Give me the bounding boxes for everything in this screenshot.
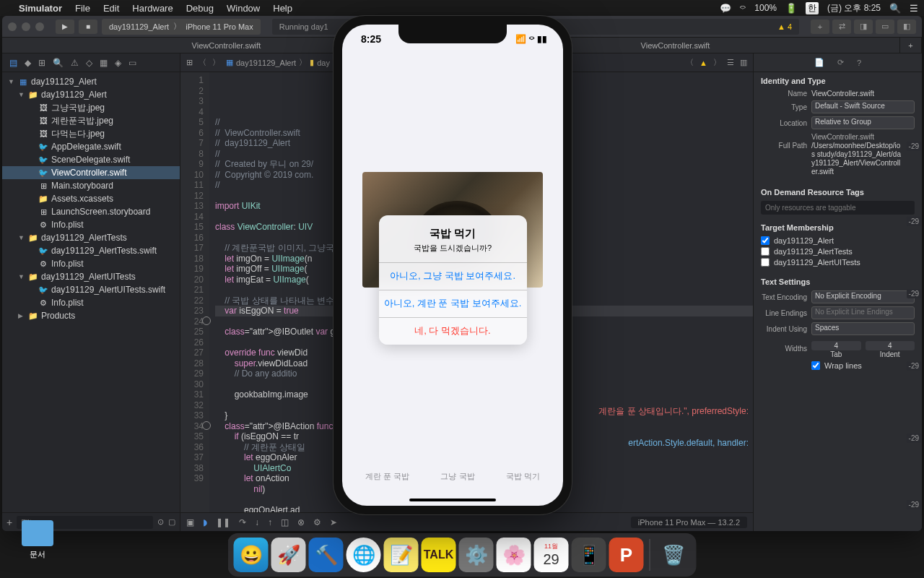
breakpoint-icon[interactable]: ◈ [115, 58, 121, 68]
target-check-1[interactable] [761, 247, 770, 256]
panel-right-button[interactable]: ◧ [897, 20, 916, 34]
report-icon[interactable]: ▭ [128, 58, 136, 68]
editor-options-icon[interactable]: ☰ [727, 58, 734, 67]
target-check-0[interactable] [761, 236, 770, 245]
finder-icon[interactable]: 😀 [234, 538, 269, 572]
photos-icon[interactable]: 🌸 [497, 538, 531, 572]
window-menu[interactable]: Window [227, 3, 260, 14]
alert-button-3[interactable]: 네, 다 먹겠습니다. [379, 317, 527, 345]
step-over-icon[interactable]: ↷ [239, 517, 246, 527]
settings-icon[interactable]: ⚙️ [459, 538, 494, 572]
tree-row[interactable]: 🐦ViewController.swift [2, 166, 180, 179]
input-lang[interactable]: 한 [806, 2, 819, 14]
run-button[interactable]: ▶ [56, 20, 74, 34]
tree-row[interactable]: ▶📁Products [2, 309, 180, 322]
tree-row[interactable]: ⊞LaunchScreen.storyboard [2, 205, 180, 218]
add-file-button[interactable]: + [6, 517, 12, 528]
hardware-menu[interactable]: Hardware [132, 3, 173, 14]
tree-row[interactable]: 🐦day191129_AlertUITests.swift [2, 283, 180, 296]
find-icon[interactable]: 🔍 [53, 58, 64, 68]
panel-bottom-button[interactable]: ▭ [876, 20, 894, 34]
scm-filter-icon[interactable]: ▢ [168, 517, 175, 527]
project-navigator-icon[interactable]: ▤ [9, 58, 17, 68]
spotlight-icon[interactable]: 🔍 [889, 3, 901, 14]
app-menu[interactable]: Simulator [19, 3, 62, 14]
tree-row[interactable]: ⚙Info.plist [2, 218, 180, 231]
tree-row[interactable]: ▼▦day191129_Alert [2, 75, 180, 88]
hide-console-icon[interactable]: ▣ [186, 517, 194, 527]
menu-icon[interactable]: ☰ [910, 3, 918, 14]
tree-row[interactable]: 🐦AppDelegate.swift [2, 140, 180, 153]
line-endings-select[interactable]: No Explicit Line Endings [811, 306, 915, 319]
next-issue-button[interactable]: 〉 [713, 57, 721, 68]
help-menu[interactable]: Help [273, 3, 292, 14]
disclosure-icon[interactable]: ▼ [8, 78, 15, 85]
add-tab-button[interactable]: + [900, 38, 922, 53]
tree-row[interactable]: 🖼다먹는다.jpeg [2, 127, 180, 140]
related-items-icon[interactable]: ⊞ [186, 58, 193, 67]
location-icon[interactable]: ➤ [330, 517, 337, 527]
stop-button[interactable]: ■ [79, 20, 97, 34]
tree-row[interactable]: 🖼그냥국밥.jpeg [2, 101, 180, 114]
prev-issue-button[interactable]: 〈 [686, 57, 694, 68]
edit-menu[interactable]: Edit [103, 3, 119, 14]
tab-width-stepper[interactable]: 4 [811, 341, 861, 350]
breakpoints-toggle-icon[interactable]: ◗ [203, 517, 207, 527]
disclosure-icon[interactable]: ▼ [18, 273, 25, 280]
back-button[interactable]: 〈 [199, 57, 206, 68]
code-review-button[interactable]: ⇄ [832, 20, 851, 34]
tree-row[interactable]: ⚙Info.plist [2, 296, 180, 309]
tree-row[interactable]: 🐦SceneDelegate.swift [2, 153, 180, 166]
library-button[interactable]: + [811, 20, 829, 34]
adjust-editor-icon[interactable]: ▥ [740, 58, 747, 67]
step-in-icon[interactable]: ↓ [255, 517, 259, 527]
tree-row[interactable]: 🖼계란푼국밥.jpeg [2, 114, 180, 127]
test-icon[interactable]: ◇ [86, 58, 92, 68]
indent-width-stepper[interactable]: 4 [866, 341, 915, 350]
launchpad-icon[interactable]: 🚀 [271, 538, 306, 572]
tree-row[interactable]: 📁Assets.xcassets [2, 192, 180, 205]
wifi-icon[interactable]: ⌔ [740, 3, 746, 14]
clock-filter-icon[interactable]: ⊙ [157, 517, 164, 527]
window-controls[interactable] [8, 22, 44, 31]
trash-icon[interactable]: 🗑️ [656, 538, 691, 572]
desktop-folder[interactable]: 문서 [22, 520, 53, 560]
wrap-lines-check[interactable] [811, 361, 820, 370]
xcode-icon[interactable]: 🔨 [309, 538, 344, 572]
tree-row[interactable]: ⊞Main.storyboard [2, 179, 180, 192]
tree-row[interactable]: ▼📁day191129_AlertTests [2, 231, 180, 244]
alert-button-1[interactable]: 아니오, 그냥 국밥 보여주세요. [379, 262, 527, 290]
gutter[interactable]: 1234567891011121314151617181920212223242… [180, 72, 209, 512]
tree-row[interactable]: 🐦day191129_AlertTests.swift [2, 244, 180, 257]
chat-icon[interactable]: 💬 [720, 3, 731, 14]
debug-icon[interactable]: ▦ [100, 58, 108, 68]
name-field[interactable] [811, 90, 915, 98]
warning-icon[interactable]: ▲ [699, 59, 707, 67]
notes-icon[interactable]: 📝 [384, 538, 419, 572]
debug-device-label[interactable]: iPhone 11 Pro Max — 13.2.2 [631, 517, 747, 528]
powerpoint-icon[interactable]: P [609, 538, 644, 572]
disclosure-icon[interactable]: ▼ [18, 91, 25, 98]
simulator-app-icon[interactable]: 📱 [572, 538, 606, 572]
forward-button[interactable]: 〉 [212, 57, 220, 68]
step-out-icon[interactable]: ↑ [268, 517, 272, 527]
file-inspector-icon[interactable]: 📄 [814, 58, 824, 67]
issue-icon[interactable]: ⚠ [71, 58, 79, 68]
disclosure-icon[interactable]: ▶ [18, 312, 25, 319]
clock[interactable]: (금) 오후 8:25 [827, 2, 881, 14]
view-debug-icon[interactable]: ◫ [281, 517, 289, 527]
breadcrumb[interactable]: ▦ day191129_Alert 〉 ▮ day [226, 57, 330, 68]
location-select[interactable]: Relative to Group [811, 116, 915, 129]
kakao-icon[interactable]: TALK [422, 538, 456, 572]
encoding-select[interactable]: No Explicit Encoding [811, 290, 915, 303]
scheme-selector[interactable]: day191129_Alert 〉 iPhone 11 Pro Max [102, 19, 261, 35]
chrome-icon[interactable]: 🌐 [346, 538, 381, 572]
alert-button-2[interactable]: 아니오, 계란 푼 국밥 보여주세요. [379, 290, 527, 317]
symbol-icon[interactable]: ⊞ [38, 58, 45, 68]
tree-row[interactable]: ⚙Info.plist [2, 257, 180, 270]
calendar-icon[interactable]: 11월29 [534, 538, 569, 572]
pause-icon[interactable]: ❚❚ [216, 517, 230, 527]
indent-using-select[interactable]: Spaces [811, 322, 915, 335]
target-check-2[interactable] [761, 258, 770, 267]
panel-left-button[interactable]: ◨ [854, 20, 873, 34]
